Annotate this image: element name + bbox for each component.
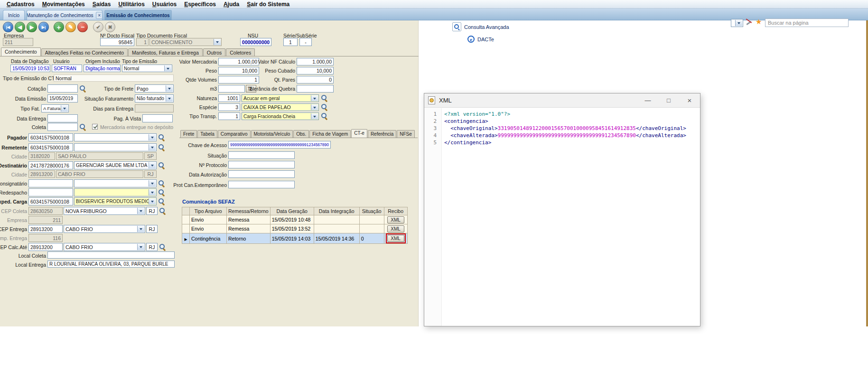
menu-item-utilitarios[interactable]: Utilitários <box>114 0 148 8</box>
tab-cte[interactable]: CT-e <box>351 129 367 138</box>
confirm-button[interactable]: ✔ <box>93 22 103 32</box>
consignatario-code-field[interactable] <box>28 179 73 187</box>
quick-access-select[interactable] <box>731 19 743 27</box>
pagador-select[interactable] <box>74 133 157 141</box>
destinatario-lookup-icon[interactable] <box>158 162 165 169</box>
cotacao-field[interactable] <box>47 84 78 93</box>
redespacho-select[interactable] <box>74 188 157 196</box>
m3-field[interactable] <box>218 85 245 93</box>
natureza-code-field[interactable]: 1001 <box>218 94 240 102</box>
tab-referencia[interactable]: Referência <box>368 130 396 138</box>
tab-emissao-de-conhecimentos[interactable]: Emissão de Conhecimentos <box>104 10 172 20</box>
subserie-field[interactable]: - <box>299 38 312 46</box>
qtde-volumes-field[interactable]: 1 <box>218 76 259 84</box>
tab-alteracoes-feitas[interactable]: Alterações Feitas no Conhecimento <box>41 48 128 56</box>
tab-outros[interactable]: Outros <box>203 48 226 56</box>
prior-record-button[interactable]: ◀ <box>15 22 25 32</box>
tab-ficha-de-viagem[interactable]: Ficha de Viagem <box>309 130 351 138</box>
exped-carga-code-field[interactable]: 60341575000108 <box>28 197 73 205</box>
maximize-button[interactable]: □ <box>660 93 677 108</box>
exped-carga-select[interactable]: BIOSERVICE PRODUTOS MEDIC <box>74 197 157 205</box>
tab-coletores[interactable]: Coletores <box>226 48 255 56</box>
page-search-input[interactable] <box>765 19 849 27</box>
delete-record-button[interactable]: − <box>77 22 88 32</box>
tab-comparativo[interactable]: Comparativo <box>218 130 251 138</box>
minimize-button[interactable]: — <box>639 93 656 108</box>
menu-item-especificos[interactable]: Específicos <box>180 0 220 8</box>
next-record-button[interactable]: ▶ <box>27 22 37 32</box>
menu-item-sair-do-sistema[interactable]: Sair do Sistema <box>243 0 293 8</box>
cep-entrega-code-field[interactable]: 28913200 <box>28 225 63 233</box>
cotacao-lookup-icon[interactable] <box>79 85 86 92</box>
menu-item-usuarios[interactable]: Usuários <box>149 0 180 8</box>
tab-inicio[interactable]: Início <box>3 10 25 20</box>
tipo-fat-select[interactable]: A Faturar <box>41 104 69 112</box>
natureza-lookup-icon[interactable] <box>321 94 328 102</box>
menu-item-ajuda[interactable]: Ajuda <box>220 0 243 8</box>
remetente-lookup-icon[interactable] <box>158 144 165 151</box>
tab-obs[interactable]: Obs. <box>293 130 309 138</box>
especie-code-field[interactable]: 3 <box>218 103 240 111</box>
insert-record-button[interactable]: + <box>54 22 64 32</box>
tab-tabela[interactable]: Tabela <box>197 130 217 138</box>
favorite-star-icon[interactable]: ★ <box>756 18 762 26</box>
remetente-select[interactable] <box>74 143 157 151</box>
menu-item-saidas[interactable]: Saídas <box>89 0 115 8</box>
situacao-faturamento-select[interactable]: Não faturado <box>135 94 174 102</box>
xml-button-row-1[interactable]: XML <box>387 216 404 223</box>
tipo-transp-select[interactable]: Carga Fracionada Cheia <box>242 112 319 120</box>
valor-nf-calculo-field[interactable]: 1.000,00 <box>297 58 334 65</box>
tab-manifestos-faturas-entrega[interactable]: Manifestos, Faturas e Entrega <box>128 48 203 56</box>
destinatario-code-field[interactable]: 24178728000176 <box>28 161 73 169</box>
tipo-transp-lookup-icon[interactable] <box>321 112 328 120</box>
coleta-lookup-icon[interactable] <box>79 123 86 130</box>
tab-nfse[interactable]: NFSe <box>397 130 415 138</box>
remetente-code-field[interactable]: 60341575000108 <box>28 143 73 151</box>
tipo-emissao-select[interactable]: Normal <box>122 65 172 72</box>
pag-a-vista-field[interactable] <box>142 114 173 122</box>
dacte-button[interactable]: e DACTe <box>467 36 494 43</box>
tipo-transp-code-field[interactable]: 1 <box>218 112 240 120</box>
tab-conhecimento[interactable]: Conhecimento <box>1 47 41 56</box>
consulta-avancada-button[interactable]: Consulta Avançada <box>452 22 509 31</box>
local-entrega-field[interactable]: R LOURIVAL FRANCA OLIVEIRA, 03, PARQUE B… <box>47 260 175 268</box>
sefaz-row-3-selected[interactable]: ▶ Contingência Retorno 15/05/2019 14:03 … <box>182 233 408 244</box>
local-coleta-field[interactable] <box>47 251 175 259</box>
serie-field[interactable]: 1 <box>283 38 298 46</box>
menu-item-movimentacoes[interactable]: Movimentações <box>38 0 89 8</box>
edit-record-button[interactable]: ✎ <box>65 22 76 32</box>
cep-coleta-select[interactable]: NOVA FRIBURGO <box>64 207 145 215</box>
exped-carga-lookup-icon[interactable] <box>158 198 165 205</box>
especie-select[interactable]: CAIXA DE PAPELAO <box>242 103 319 111</box>
xml-dialog-titlebar[interactable]: XML — □ × <box>424 93 700 108</box>
col-situacao[interactable]: Situação <box>359 207 384 215</box>
chave-acesso-field[interactable]: 9999999999999999999999999999999999123456… <box>228 141 331 149</box>
sefaz-row-1[interactable]: Envio Remessa 15/05/2019 10:48 XML <box>182 215 408 224</box>
consignatario-lookup-icon[interactable] <box>158 180 165 187</box>
qt-pares-field[interactable]: 0 <box>297 76 334 84</box>
redespacho-lookup-icon[interactable] <box>158 189 165 196</box>
tools-disabled-icon[interactable] <box>745 19 753 27</box>
tab-manutencao-de-conhecimentos[interactable]: Manutenção de Conhecimentos × <box>27 10 103 20</box>
sefaz-row-2[interactable]: Envio Remessa 15/05/2019 13:52 XML <box>182 224 408 233</box>
col-data-geracao[interactable]: Data Geração <box>270 207 314 215</box>
data-entrega-field[interactable] <box>47 114 78 122</box>
especie-lookup-icon[interactable] <box>321 103 328 111</box>
tab-frete[interactable]: Frete <box>180 130 197 138</box>
coleta-field[interactable] <box>47 123 78 131</box>
tipo-frete-select[interactable]: Pago <box>135 84 174 93</box>
close-button[interactable]: × <box>681 93 698 108</box>
xml-button-row-3-highlighted[interactable]: XML <box>387 235 404 242</box>
cep-calc-select[interactable]: CABO FRIO <box>64 243 145 251</box>
cep-entrega-select[interactable]: CABO FRIO <box>64 225 145 233</box>
pagador-code-field[interactable]: 60341575000108 <box>28 133 73 141</box>
cancel-button[interactable]: ✖ <box>105 22 115 32</box>
col-data-integracao[interactable]: Data Integração <box>314 207 359 215</box>
col-recibo[interactable]: Recibo <box>384 207 407 215</box>
redespacho-code-field[interactable] <box>28 188 73 196</box>
xml-button-row-2[interactable]: XML <box>387 225 404 232</box>
cep-coleta-lookup-icon[interactable] <box>159 207 166 214</box>
mercadoria-entregue-checkbox[interactable] <box>92 124 98 130</box>
valor-mercadoria-field[interactable]: 1.000,00 <box>218 58 259 65</box>
tab-motorista-veiculo[interactable]: Motorista/Veículo <box>251 130 293 138</box>
